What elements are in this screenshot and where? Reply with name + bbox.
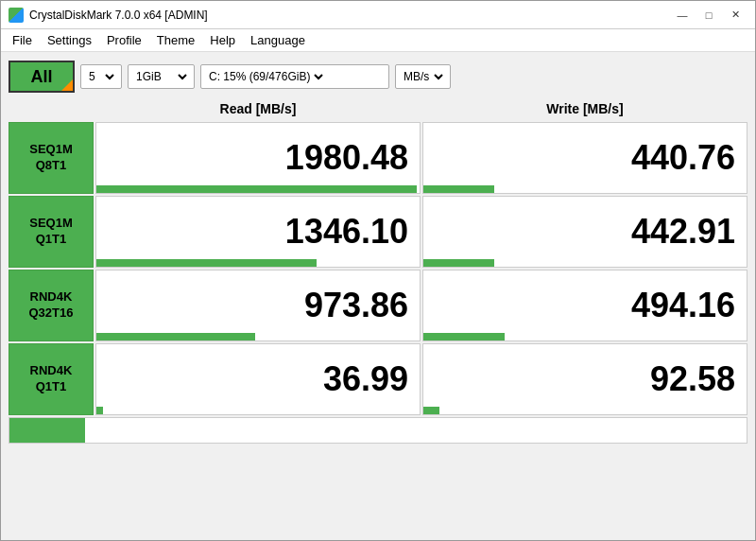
table-row: RND4KQ32T16 973.86 494.16: [9, 270, 747, 341]
row-label-rnd4k-q1t1: RND4KQ1T1: [9, 343, 94, 415]
menu-settings[interactable]: Settings: [40, 31, 99, 49]
write-cell-seq1m-q1t1: 442.91: [422, 196, 747, 268]
window-title: CrystalDiskMark 7.0.0 x64 [ADMIN]: [29, 9, 670, 22]
size-dropdown[interactable]: 1GiB 512MiB 256MiB 4GiB: [132, 69, 190, 84]
unit-dropdown[interactable]: MB/s GB/s IOPS μs: [400, 69, 446, 84]
read-value-seq1m-q8t1: 1980.48: [285, 141, 408, 175]
menu-language[interactable]: Language: [243, 31, 313, 49]
toolbar: All 5 1 3 10 1GiB 512MiB 256MiB 4GiB: [9, 60, 747, 94]
write-value-seq1m-q8t1: 440.76: [631, 141, 735, 175]
write-cell-rnd4k-q32t16: 494.16: [422, 270, 747, 341]
read-header: Read [MB/s]: [95, 99, 421, 118]
read-value-rnd4k-q1t1: 36.99: [323, 362, 408, 396]
menu-theme[interactable]: Theme: [149, 31, 202, 49]
write-cell-rnd4k-q1t1: 92.58: [422, 343, 747, 415]
write-value-rnd4k-q1t1: 92.58: [650, 362, 735, 396]
unit-select[interactable]: MB/s GB/s IOPS μs: [395, 64, 451, 89]
read-cell-rnd4k-q1t1: 36.99: [95, 343, 421, 415]
read-value-rnd4k-q32t16: 973.86: [304, 288, 408, 323]
write-bar-seq1m-q8t1: [423, 185, 494, 193]
table-row: SEQ1MQ8T1 1980.48 440.76: [9, 122, 747, 194]
count-select[interactable]: 5 1 3 10: [80, 64, 122, 89]
close-button[interactable]: ✕: [723, 6, 747, 25]
read-cell-seq1m-q8t1: 1980.48: [95, 122, 421, 194]
maximize-button[interactable]: □: [696, 6, 721, 25]
read-bar-seq1m-q1t1: [96, 259, 317, 267]
write-value-seq1m-q1t1: 442.91: [631, 215, 735, 249]
menubar: File Settings Profile Theme Help Languag…: [1, 29, 755, 52]
bottom-empty-row: [9, 417, 747, 444]
read-bar-rnd4k-q1t1: [96, 407, 103, 414]
count-dropdown[interactable]: 5 1 3 10: [85, 69, 117, 84]
write-bar-rnd4k-q32t16: [423, 333, 505, 340]
write-value-rnd4k-q32t16: 494.16: [631, 288, 735, 323]
content-area: All 5 1 3 10 1GiB 512MiB 256MiB 4GiB: [1, 52, 755, 540]
minimize-button[interactable]: —: [670, 6, 695, 25]
row-label-seq1m-q1t1: SEQ1MQ1T1: [9, 196, 94, 268]
titlebar: CrystalDiskMark 7.0.0 x64 [ADMIN] — □ ✕: [1, 1, 755, 29]
read-cell-seq1m-q1t1: 1346.10: [95, 196, 421, 268]
menu-file[interactable]: File: [5, 31, 40, 49]
read-cell-rnd4k-q32t16: 973.86: [95, 270, 421, 341]
table-row: RND4KQ1T1 36.99 92.58: [9, 343, 747, 415]
main-window: CrystalDiskMark 7.0.0 x64 [ADMIN] — □ ✕ …: [0, 0, 756, 541]
app-icon: [9, 8, 24, 23]
read-bar-seq1m-q8t1: [96, 185, 417, 193]
table-header: Read [MB/s] Write [MB/s]: [9, 99, 747, 120]
bottom-bar: [9, 418, 85, 443]
write-bar-seq1m-q1t1: [423, 259, 494, 267]
write-header: Write [MB/s]: [422, 99, 747, 118]
read-value-seq1m-q1t1: 1346.10: [285, 215, 408, 249]
menu-profile[interactable]: Profile: [99, 31, 149, 49]
drive-dropdown[interactable]: C: 15% (69/476GiB): [205, 69, 326, 84]
drive-select[interactable]: C: 15% (69/476GiB): [200, 64, 389, 89]
read-bar-rnd4k-q32t16: [96, 333, 255, 340]
row-label-seq1m-q8t1: SEQ1MQ8T1: [9, 122, 94, 194]
label-header: [9, 99, 94, 118]
size-select[interactable]: 1GiB 512MiB 256MiB 4GiB: [128, 64, 195, 89]
write-bar-rnd4k-q1t1: [423, 407, 439, 414]
write-cell-seq1m-q8t1: 440.76: [422, 122, 747, 194]
benchmark-table: Read [MB/s] Write [MB/s] SEQ1MQ8T1 1980.…: [9, 99, 747, 532]
row-label-rnd4k-q32t16: RND4KQ32T16: [9, 270, 94, 341]
window-controls: — □ ✕: [670, 6, 747, 25]
menu-help[interactable]: Help: [202, 31, 243, 49]
table-row: SEQ1MQ1T1 1346.10 442.91: [9, 196, 747, 268]
all-button[interactable]: All: [9, 61, 75, 93]
